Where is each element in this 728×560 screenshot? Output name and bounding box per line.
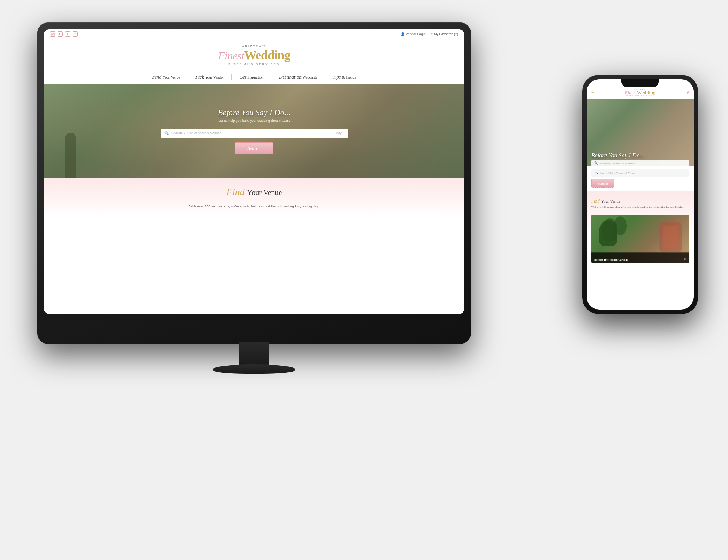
nav-get-rest: Inspiration (247, 75, 263, 79)
pinterest-icon[interactable]: P (58, 31, 63, 37)
hero-section: Before You Say I Do... Let us help you b… (44, 84, 464, 178)
city-placeholder: City (336, 131, 342, 135)
nav-find-venue[interactable]: Find Your Venue (145, 74, 188, 80)
logo-sites: SITES AND SERVICES (44, 62, 464, 66)
phone-hero: Before You Say I Do... 🔍 Search All Our … (587, 99, 694, 166)
find-venue-section: Find Your Venue With over 100 venues plu… (44, 178, 464, 217)
nav-tips[interactable]: Tips & Trends (325, 74, 363, 80)
my-favorites-link[interactable]: ♥ My Favorites (2) (431, 32, 458, 36)
hero-subtitle: Let us help you build your wedding dream… (218, 119, 290, 123)
desktop-website: P f t 👤 (44, 29, 464, 314)
find-script: Find (226, 187, 245, 197)
vendor-login-link[interactable]: 👤 Vendor Login (401, 32, 426, 36)
search-placeholder: Search All Our Vendors & Venues (171, 131, 222, 135)
phone-hero-title: Before You Say I Do... (591, 152, 644, 159)
logo-main: FinestWedding (44, 49, 464, 62)
phone-heart-icon[interactable]: ♥ (686, 90, 689, 96)
monitor-shell: P f t 👤 (37, 22, 471, 344)
phone-find-rest: Your Venue (601, 199, 620, 203)
phone-venue-heart-icon[interactable]: ♥ (684, 257, 686, 261)
monitor-screen: P f t 👤 (44, 29, 464, 314)
heart-icon: ♥ (431, 32, 433, 36)
phone-search-section: 🔍 Search All Our Vendors & Venues Search (587, 166, 694, 191)
nav-pick-vendor[interactable]: Pick Your Vendor (188, 74, 232, 80)
phone-logo-sites: SITES AND SERVICES (594, 95, 686, 97)
phone-finest-text: Finest (625, 90, 637, 95)
nav-tips-rest: & Trends (342, 75, 356, 79)
phone-search-button[interactable]: Search (591, 179, 614, 188)
nav-pick-rest: Your Vendor (205, 75, 224, 79)
monitor-stand-neck (239, 342, 269, 366)
logo-wedding-text: Wedding (244, 48, 290, 62)
instagram-icon[interactable] (50, 31, 55, 37)
phone-find-description: With over 100 venues plus, we're sure to… (591, 206, 689, 209)
search-button[interactable]: Search (235, 142, 273, 154)
nav-find-script: Find (152, 74, 162, 80)
nav-tips-script: Tips (333, 74, 341, 80)
find-venue-divider (243, 200, 265, 200)
social-icons-group: P f t (50, 31, 78, 37)
nav-find-rest: Your Venue (163, 75, 180, 79)
phone-website: ≡ Arizona's FinestWedding SITES AND SERV… (587, 79, 694, 310)
phone-find-title: Find Your Venue (591, 198, 689, 204)
search-icon: 🔍 (164, 131, 169, 135)
city-input[interactable]: City (330, 129, 348, 138)
site-nav: Find Your Venue Pick Your Vendor Get Ins… (44, 70, 464, 84)
nav-destination[interactable]: Destination Weddings (271, 74, 325, 80)
monitor-stand-base (213, 364, 295, 374)
phone-logo-main: FinestWedding (594, 90, 686, 95)
phone-bezel: ≡ Arizona's FinestWedding SITES AND SERV… (587, 79, 694, 310)
scene: P f t 👤 (0, 0, 728, 560)
phone-notch (621, 79, 659, 87)
phone-shell: ≡ Arizona's FinestWedding SITES AND SERV… (582, 75, 698, 314)
my-favorites-label: My Favorites (2) (434, 32, 458, 36)
hero-title: Before You Say I Do... (218, 108, 291, 117)
phone-wedding-text: Wedding (637, 90, 655, 95)
logo-arizona: Arizona's (44, 44, 464, 48)
svg-point-1 (52, 34, 53, 35)
logo-finest-text: Finest (218, 49, 244, 62)
phone-search-input[interactable]: 🔍 Search All Our Vendors & Venues (591, 169, 689, 177)
twitter-icon[interactable]: t (73, 31, 78, 37)
nav-get-script: Get (239, 74, 246, 80)
nav-pick-script: Pick (195, 74, 204, 80)
hero-search-bar: 🔍 Search All Our Vendors & Venues City (161, 129, 348, 138)
phone-logo: Arizona's FinestWedding SITES AND SERVIC… (594, 88, 686, 97)
find-venue-title: Find Your Venue (59, 187, 449, 198)
phone-screen: ≡ Arizona's FinestWedding SITES AND SERV… (587, 79, 694, 310)
monitor: P f t 👤 (37, 22, 471, 344)
monitor-bezel: P f t 👤 (44, 29, 464, 314)
phone-venue-image: Boojum Tree Hidden Gardens ♥ (591, 215, 689, 263)
search-input-area[interactable]: 🔍 Search All Our Vendors & Venues (161, 129, 330, 138)
phone-find-script: Find (591, 199, 600, 204)
phone-search-placeholder: Search All Our Vendors & Venues (599, 162, 635, 165)
svg-point-2 (53, 33, 54, 34)
nav-get-inspiration[interactable]: Get Inspiration (232, 74, 271, 80)
site-header: Arizona's FinestWedding SITES AND SERVIC… (44, 39, 464, 70)
nav-dest-script: Destination (279, 74, 302, 80)
site-topbar: P f t 👤 (44, 29, 464, 39)
phone-venue-name: Boojum Tree Hidden Gardens (594, 258, 628, 261)
mobile-phone: ≡ Arizona's FinestWedding SITES AND SERV… (582, 75, 698, 314)
phone-find-venue-section: Find Your Venue With over 100 venues plu… (587, 191, 694, 267)
facebook-icon[interactable]: f (65, 31, 70, 37)
find-venue-description: With over 100 venues plus, we're sure to… (161, 204, 348, 209)
phone-find-venue: Find Your Venue With over 100 venues plu… (591, 194, 689, 212)
phone-search-text: Search All Our Vendors & Venues (600, 172, 636, 175)
vendor-login-label: Vendor Login (406, 32, 426, 36)
nav-dest-rest: Weddings (303, 75, 318, 79)
topbar-right: 👤 Vendor Login ♥ My Favorites (2) (401, 32, 458, 36)
find-rest-text: Your Venue (247, 188, 282, 197)
phone-search-icon-2: 🔍 (595, 172, 598, 175)
person-icon: 👤 (401, 32, 405, 36)
phone-search-icon: 🔍 (594, 161, 598, 165)
hamburger-icon[interactable]: ≡ (591, 90, 594, 96)
phone-hero-search[interactable]: 🔍 Search All Our Vendors & Venues (591, 160, 689, 166)
